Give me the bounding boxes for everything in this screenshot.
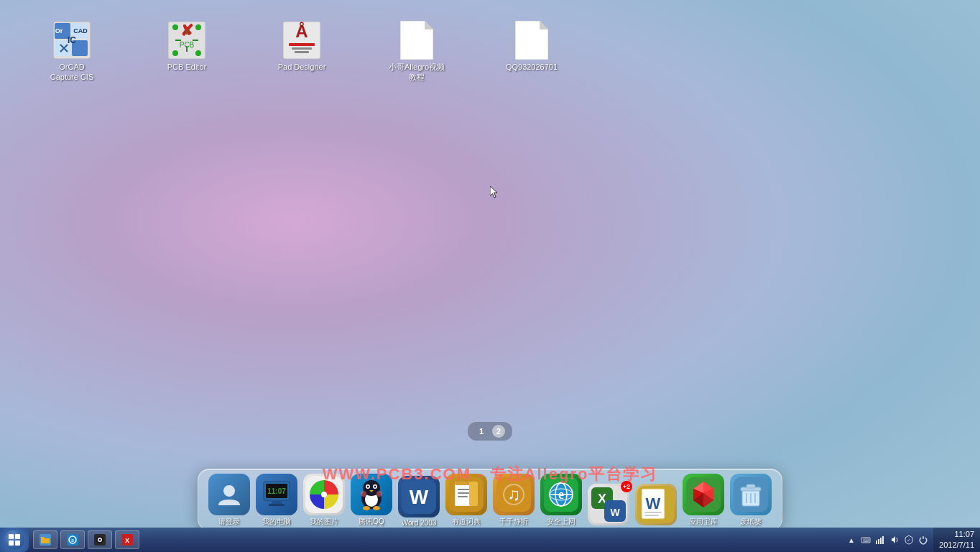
dock-label-photos: 我的图片 — [310, 517, 338, 527]
svg-rect-101 — [876, 540, 877, 544]
svg-text:♫: ♫ — [507, 484, 520, 504]
svg-rect-53 — [469, 482, 478, 506]
svg-rect-30 — [272, 501, 282, 504]
dock-item-trash[interactable]: 废纸篓 — [729, 474, 773, 527]
system-tray: ▲ ⌨ — [841, 534, 933, 546]
tray-power-icon[interactable] — [917, 534, 929, 546]
office-suite-badge: +2 — [621, 481, 632, 492]
dock-item-office-suite[interactable]: X W +2 — [586, 484, 631, 527]
word2003-icon: W — [398, 476, 440, 518]
svg-rect-92 — [15, 540, 20, 546]
svg-rect-91 — [9, 540, 14, 546]
taskbar-sogou-icon: S — [67, 534, 78, 546]
svg-rect-23 — [289, 43, 315, 46]
desktop-icon-pcb[interactable]: ✘ PCB PCB Editor — [158, 22, 216, 72]
taskbar-sogou-btn[interactable]: S — [60, 530, 85, 549]
orcad-icon-label: OrCAD Capture CIS — [50, 62, 94, 83]
contacts-icon — [208, 474, 250, 515]
svg-text:W: W — [610, 507, 620, 518]
dock-label-word2003: Word 2003 — [402, 519, 437, 527]
dock-item-appstore[interactable]: 应用宝库 — [681, 474, 726, 527]
dict-icon — [445, 474, 487, 515]
app-dock: 请登录 11:07 我的电脑 — [198, 469, 782, 530]
taskbar-pcb-icon: X — [121, 534, 133, 546]
dock-label-qq: 腾讯QQ — [359, 517, 384, 527]
svg-rect-51 — [458, 492, 471, 494]
page-dot-1[interactable]: 1 — [475, 425, 488, 438]
svg-point-33 — [321, 492, 327, 497]
dock-item-mypc[interactable]: 11:07 我的电脑 — [254, 474, 299, 527]
svg-text:X: X — [125, 537, 129, 544]
ie-icon: e — [540, 474, 582, 515]
svg-text:W: W — [646, 494, 661, 512]
svg-point-39 — [367, 486, 369, 488]
music-icon: ♫ — [493, 474, 535, 515]
page-dot-2[interactable]: 2 — [492, 425, 505, 438]
tray-security-icon[interactable]: ✓ — [903, 534, 915, 546]
svg-text:Or: Or — [55, 27, 63, 34]
page-indicators: 1 2 — [468, 422, 512, 441]
svg-text:11:07: 11:07 — [267, 487, 286, 495]
svg-point-97 — [99, 539, 101, 541]
taskbar-folder-btn[interactable] — [33, 530, 57, 549]
svg-rect-25 — [295, 51, 309, 53]
dock-item-music[interactable]: ♫ 千千静听 — [491, 474, 536, 527]
svg-point-41 — [363, 506, 370, 510]
svg-rect-89 — [9, 534, 14, 539]
desktop-icon-allegro-video[interactable]: 小哥Allegro视频教程 — [388, 22, 445, 83]
svg-rect-103 — [880, 538, 882, 544]
tray-expand-icon[interactable]: ▲ — [846, 534, 857, 546]
tray-network-icon[interactable] — [874, 534, 886, 546]
desktop-icon-pad[interactable]: Å Pad Designer — [273, 22, 330, 72]
allegro-video-label: 小哥Allegro视频教程 — [388, 62, 445, 83]
qq-file-label: QQ932026701 — [506, 62, 558, 72]
svg-text:S: S — [71, 538, 74, 543]
mouse-cursor — [490, 186, 499, 199]
svg-point-13 — [172, 24, 178, 30]
svg-rect-102 — [878, 539, 879, 544]
desktop-icons-container: IC Or CAD OrCAD Capture CIS ✘ PCB — [43, 22, 560, 83]
appstore-icon — [683, 474, 724, 515]
svg-text:⌨: ⌨ — [863, 538, 869, 543]
dock-item-qq[interactable]: 腾讯QQ — [349, 474, 394, 527]
desktop-icon-orcad[interactable]: IC Or CAD OrCAD Capture CIS — [43, 22, 101, 83]
svg-rect-24 — [292, 47, 312, 50]
dock-item-dict[interactable]: 有道词典 — [444, 474, 489, 527]
system-clock[interactable]: 11:07 2012/7/11 — [933, 528, 980, 552]
start-button[interactable] — [0, 528, 29, 552]
dock-item-word-wps[interactable]: W — [634, 484, 678, 527]
svg-text:e: e — [558, 487, 564, 502]
svg-rect-52 — [458, 496, 468, 497]
system-taskbar: S X — [0, 528, 980, 552]
svg-rect-72 — [644, 512, 662, 513]
dock-label-music: 千千静听 — [499, 517, 528, 527]
qq-doc-icon — [513, 22, 550, 59]
svg-point-14 — [195, 24, 201, 30]
svg-rect-104 — [882, 536, 884, 544]
taskbar-media-btn[interactable] — [88, 530, 112, 549]
word-wps-icon: W — [635, 484, 677, 525]
dock-item-photos[interactable]: 我的图片 — [302, 474, 346, 527]
qq-icon — [351, 474, 392, 515]
taskbar-quick-launch: S X — [29, 528, 438, 552]
tray-keyboard-icon[interactable]: ⌨ — [860, 534, 872, 546]
tray-volume-icon[interactable] — [889, 534, 900, 546]
desktop-icon-qq-file[interactable]: QQ932026701 — [503, 22, 560, 72]
svg-rect-73 — [644, 515, 659, 516]
desktop: IC Or CAD OrCAD Capture CIS ✘ PCB — [0, 0, 980, 552]
svg-point-44 — [376, 491, 382, 497]
dock-item-contacts[interactable]: 请登录 — [207, 474, 251, 527]
pad-icon-image: Å — [283, 22, 320, 59]
trash-icon — [730, 474, 772, 515]
svg-rect-85 — [746, 484, 755, 488]
taskbar-media-icon — [94, 534, 106, 546]
dock-label-contacts: 请登录 — [218, 517, 240, 527]
clock-date: 2012/7/11 — [939, 540, 974, 551]
orcad-icon-image: IC Or CAD — [53, 22, 91, 59]
svg-point-16 — [195, 50, 201, 56]
dock-item-word2003[interactable]: W Word 2003 — [397, 476, 441, 527]
taskbar-pcb-btn[interactable]: X — [115, 530, 139, 549]
dock-label-appstore: 应用宝库 — [689, 517, 718, 527]
taskbar-folder-icon — [40, 534, 51, 546]
dock-item-ie[interactable]: e 安全上网 — [539, 474, 583, 527]
